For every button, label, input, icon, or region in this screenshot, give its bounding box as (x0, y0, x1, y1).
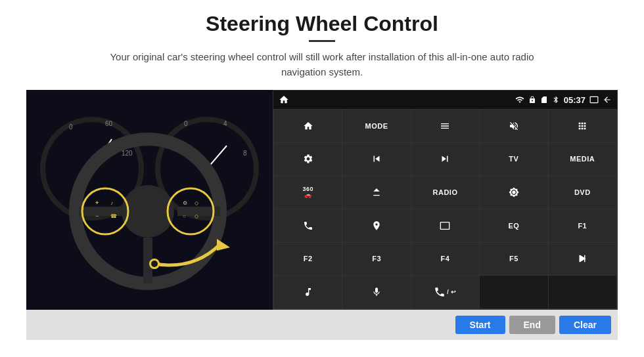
svg-text:☎: ☎ (110, 213, 117, 219)
svg-text:○: ○ (183, 213, 186, 219)
svg-text:0: 0 (184, 120, 188, 127)
btn-rewind[interactable] (342, 143, 410, 176)
end-button[interactable]: End (509, 316, 555, 334)
svg-text:60: 60 (105, 120, 113, 127)
btn-f2[interactable]: F2 (274, 243, 342, 276)
btn-answer[interactable]: / ↩ (411, 276, 479, 308)
btn-home[interactable] (274, 110, 342, 142)
home-status-icon (279, 94, 289, 105)
svg-text:0: 0 (69, 123, 73, 131)
btn-mute[interactable] (480, 110, 547, 142)
btn-mic[interactable] (342, 276, 410, 308)
btn-playpause[interactable] (549, 243, 616, 276)
svg-text:♪: ♪ (110, 200, 113, 206)
bottom-bar: Start End Clear (26, 310, 618, 340)
content-row: 0 60 120 0 4 8 + ♪ − (26, 90, 618, 310)
btn-screen[interactable] (411, 209, 479, 242)
btn-forward[interactable] (411, 143, 479, 176)
btn-360cam[interactable]: 360🚗 (274, 176, 342, 209)
title-divider (309, 40, 335, 42)
bluetooth-icon (552, 96, 560, 104)
btn-f1[interactable]: F1 (549, 209, 616, 242)
svg-text:+: + (95, 200, 99, 206)
btn-f4[interactable]: F4 (411, 243, 479, 276)
btn-f5[interactable]: F5 (480, 243, 547, 276)
dashboard-svg: 0 60 120 0 4 8 + ♪ − (26, 90, 273, 310)
btn-brightness[interactable] (480, 176, 547, 209)
radio-panel: 05:37 MODE (273, 90, 618, 310)
svg-text:120: 120 (122, 150, 133, 157)
svg-point-14 (122, 185, 174, 238)
btn-dvd[interactable]: DVD (549, 176, 616, 209)
lock-icon (528, 96, 536, 104)
btn-mode[interactable]: MODE (342, 110, 410, 142)
svg-text:◇: ◇ (195, 213, 199, 219)
btn-empty-1 (480, 276, 547, 308)
btn-apps[interactable] (549, 110, 616, 142)
svg-text:−: − (95, 213, 99, 219)
status-right: 05:37 (515, 95, 612, 105)
page-title: Steering Wheel Control (206, 12, 438, 36)
clear-button[interactable]: Clear (559, 316, 611, 334)
page-subtitle: Your original car's steering wheel contr… (92, 50, 552, 79)
start-button[interactable]: Start (455, 316, 505, 334)
button-grid: MODE TV (273, 109, 617, 309)
btn-empty-2 (549, 276, 616, 308)
btn-tv[interactable]: TV (480, 143, 547, 176)
sim-icon (540, 96, 548, 104)
btn-eject[interactable] (342, 176, 410, 209)
svg-text:8: 8 (243, 150, 247, 157)
btn-phone[interactable] (274, 209, 342, 242)
btn-media[interactable]: MEDIA (549, 143, 616, 176)
btn-music[interactable] (274, 276, 342, 308)
svg-text:◇: ◇ (195, 200, 199, 206)
status-bar: 05:37 (273, 91, 617, 109)
btn-eq[interactable]: EQ (480, 209, 547, 242)
svg-text:⚙: ⚙ (183, 200, 187, 206)
btn-f3[interactable]: F3 (342, 243, 410, 276)
svg-point-30 (151, 261, 158, 267)
main-page: Steering Wheel Control Your original car… (0, 0, 644, 357)
wifi-icon (515, 95, 524, 104)
screen-icon (589, 95, 599, 104)
svg-text:4: 4 (223, 120, 227, 127)
back-icon (603, 95, 612, 104)
status-left (279, 94, 289, 105)
btn-settings[interactable] (274, 143, 342, 176)
btn-nav[interactable] (342, 209, 410, 242)
status-time: 05:37 (564, 95, 586, 105)
btn-menu[interactable] (411, 110, 479, 142)
steering-wheel-image: 0 60 120 0 4 8 + ♪ − (26, 90, 273, 310)
btn-radio[interactable]: RADIO (411, 176, 479, 209)
